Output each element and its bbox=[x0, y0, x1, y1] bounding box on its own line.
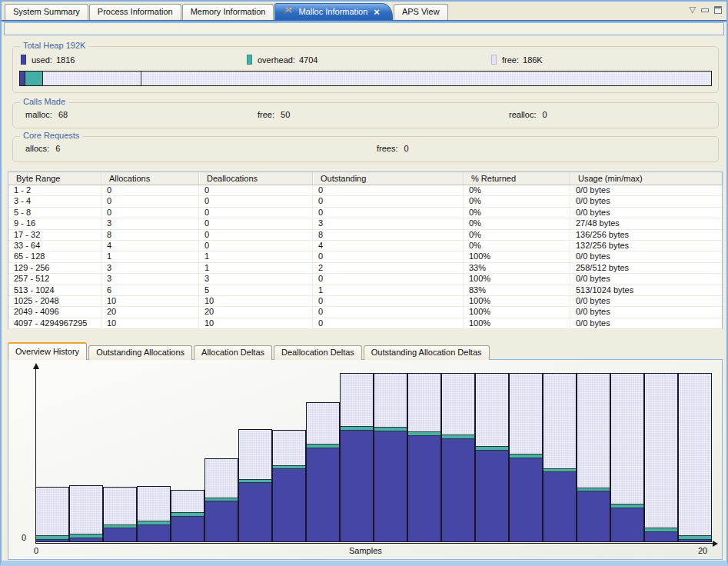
table-cell: 3 bbox=[199, 274, 313, 284]
table-cell: 0 bbox=[101, 185, 199, 195]
free-segment bbox=[70, 486, 102, 534]
history-bar bbox=[204, 458, 238, 542]
table-cell: 0/0 bytes bbox=[570, 296, 723, 306]
table-cell: 0/0 bytes bbox=[570, 274, 723, 284]
minimize-icon[interactable] bbox=[701, 8, 709, 12]
tab-close-icon[interactable]: × bbox=[374, 8, 380, 16]
history-bar bbox=[644, 373, 678, 542]
column-header-allocations[interactable]: Allocations bbox=[101, 172, 199, 185]
legend-label: overhead: bbox=[258, 55, 295, 65]
history-bar bbox=[272, 430, 306, 542]
table-row[interactable]: 129 - 25631233%258/512 bytes bbox=[8, 263, 722, 274]
table-cell: 10 bbox=[199, 296, 313, 306]
table-row[interactable]: 513 - 102465183%513/1024 bytes bbox=[8, 285, 722, 296]
column-header-byte-range[interactable]: Byte Range bbox=[8, 172, 101, 185]
table-row[interactable]: 5 - 80000%0/0 bytes bbox=[8, 208, 722, 218]
heap-bar-divider bbox=[141, 72, 141, 85]
table-cell: 65 - 128 bbox=[8, 251, 101, 261]
table-cell: 0 bbox=[313, 307, 464, 317]
tab-system-summary[interactable]: System Summary bbox=[5, 4, 88, 20]
tab-malloc-information[interactable]: Malloc Information × bbox=[274, 3, 392, 20]
table-row[interactable]: 9 - 163030%27/48 bytes bbox=[8, 218, 722, 229]
y-axis-arrow bbox=[33, 363, 39, 369]
tab-allocation-deltas[interactable]: Allocation Deltas bbox=[194, 345, 272, 360]
used-segment bbox=[341, 431, 373, 541]
maximize-icon[interactable] bbox=[714, 6, 722, 14]
table-row[interactable]: 65 - 128110100%0/0 bytes bbox=[8, 251, 722, 262]
table-cell: 0/0 bytes bbox=[570, 196, 723, 206]
column-header-deallocations[interactable]: Deallocations bbox=[199, 172, 313, 185]
tab-aps-view[interactable]: APS View bbox=[394, 4, 448, 20]
table-row[interactable]: 17 - 328080%136/256 bytes bbox=[8, 230, 722, 241]
column-header-outstanding[interactable]: Outstanding bbox=[313, 172, 464, 185]
used-segment bbox=[577, 491, 610, 541]
table-row[interactable]: 3 - 40000%0/0 bytes bbox=[8, 196, 722, 207]
tab-memory-information[interactable]: Memory Information bbox=[182, 4, 274, 20]
tab-label: Process Information bbox=[98, 7, 173, 16]
table-cell: 4 bbox=[313, 241, 464, 251]
tab-label: Memory Information bbox=[191, 7, 266, 16]
history-bar bbox=[238, 429, 272, 542]
used-segment bbox=[104, 528, 136, 541]
table-cell: 83% bbox=[464, 285, 570, 295]
history-bar bbox=[171, 490, 204, 542]
table-cell: 3 bbox=[101, 274, 199, 284]
used-segment bbox=[138, 525, 170, 541]
table-cell: 5 - 8 bbox=[8, 208, 101, 218]
bottom-tab-bar: Overview History Outstanding Allocations… bbox=[8, 342, 491, 360]
table-row[interactable]: 33 - 644040%132/256 bytes bbox=[8, 241, 722, 251]
table-row[interactable]: 4097 - 429496729510100100%0/0 bytes bbox=[8, 318, 722, 329]
tab-deallocation-deltas[interactable]: Deallocation Deltas bbox=[274, 345, 362, 360]
column-header-usage-min-max-[interactable]: Usage (min/max) bbox=[570, 172, 723, 185]
table-row[interactable]: 2049 - 409620200100%0/0 bytes bbox=[8, 307, 722, 318]
used-segment bbox=[611, 508, 643, 541]
table-cell: 0 bbox=[313, 208, 464, 218]
table-cell: 0% bbox=[464, 241, 570, 251]
tab-underline bbox=[2, 20, 726, 22]
legend-value: 4704 bbox=[299, 55, 317, 65]
tab-label: Outstanding Allocations bbox=[96, 348, 184, 357]
stat-value: 50 bbox=[281, 110, 290, 119]
x-axis-label: Samples bbox=[349, 546, 382, 555]
table-row[interactable]: 1025 - 204810100100%0/0 bytes bbox=[8, 296, 722, 307]
table-cell: 3 bbox=[313, 218, 464, 228]
table-cell: 3 bbox=[101, 218, 199, 228]
free-segment bbox=[205, 459, 238, 497]
tab-overview-history[interactable]: Overview History bbox=[8, 342, 87, 360]
table-cell: 0/0 bytes bbox=[570, 185, 723, 195]
heap-overhead-segment bbox=[25, 72, 43, 85]
free-segment bbox=[273, 431, 305, 464]
used-segment bbox=[476, 451, 508, 541]
table-cell: 33 - 64 bbox=[8, 241, 101, 251]
tab-label: Overview History bbox=[15, 347, 79, 356]
history-bar bbox=[137, 486, 171, 542]
table-cell: 100% bbox=[464, 318, 570, 328]
table-cell: 1 bbox=[313, 285, 464, 295]
history-bar bbox=[340, 373, 374, 542]
history-bar bbox=[35, 487, 69, 542]
tab-outstanding-allocation-deltas[interactable]: Outstanding Allocation Deltas bbox=[364, 345, 490, 360]
tab-outstanding-allocations[interactable]: Outstanding Allocations bbox=[88, 345, 192, 360]
column-header--returned[interactable]: % Returned bbox=[464, 172, 570, 185]
free-segment bbox=[611, 374, 643, 504]
used-segment bbox=[510, 458, 542, 541]
table-cell: 0 bbox=[313, 296, 464, 306]
free-segment bbox=[36, 488, 68, 535]
table-cell: 8 bbox=[313, 230, 464, 240]
table-cell: 0 bbox=[313, 318, 464, 328]
table-cell: 1 - 2 bbox=[8, 185, 101, 195]
table-cell: 258/512 bytes bbox=[570, 263, 723, 273]
table-cell: 0% bbox=[464, 185, 570, 195]
table-row[interactable]: 257 - 512330100%0/0 bytes bbox=[8, 274, 722, 285]
group-title-core-requests: Core Requests bbox=[20, 131, 82, 140]
table-cell: 0 bbox=[101, 208, 199, 218]
view-toolbar: ▽ bbox=[690, 5, 722, 14]
table-cell: 0 bbox=[199, 208, 313, 218]
legend-value: 186K bbox=[523, 55, 543, 65]
table-row[interactable]: 1 - 20000%0/0 bytes bbox=[8, 185, 722, 196]
legend-free: free: 186K bbox=[491, 55, 543, 65]
x-axis-arrow bbox=[713, 541, 718, 547]
view-menu-icon[interactable]: ▽ bbox=[690, 5, 696, 14]
tab-process-information[interactable]: Process Information bbox=[89, 4, 181, 20]
table-cell: 6 bbox=[101, 285, 199, 295]
